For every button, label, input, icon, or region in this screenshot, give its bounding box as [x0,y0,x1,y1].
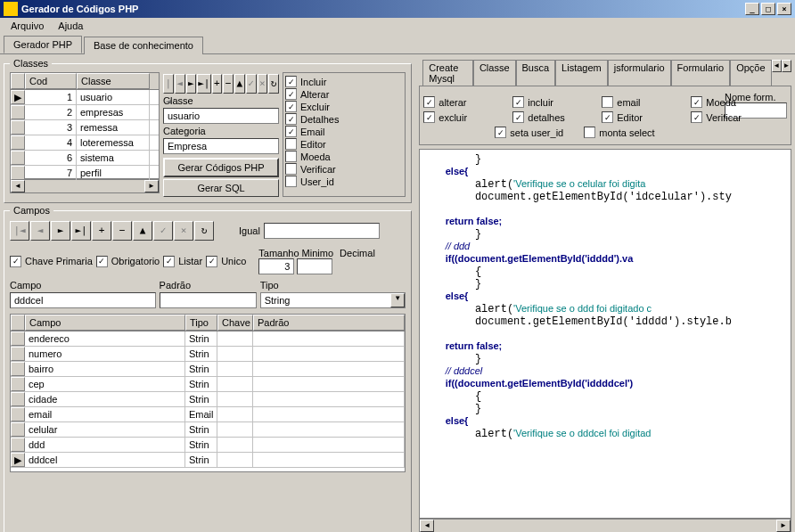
gerar-sql-button[interactable]: Gerar SQL [163,179,279,197]
nav-next-icon[interactable]: ► [186,74,197,94]
cb-listar[interactable]: ✓ [163,256,175,267]
table-row[interactable]: cepStrin [11,377,405,392]
cb-excluir[interactable]: ✓ [423,111,435,123]
col-classe[interactable]: Classe [77,73,150,89]
cb-chave-primaria[interactable]: ✓ [10,256,21,267]
decimal-input[interactable] [297,258,332,274]
cb-alterar[interactable]: ✓ [423,96,435,108]
cb-Excluir[interactable]: ✓ [285,101,297,112]
cb-Moeda[interactable]: ✓ [691,96,702,108]
nav-add-icon[interactable]: + [212,74,223,94]
cb-User_id[interactable] [285,176,297,187]
code-editor[interactable]: } else{ alert('Verifique se o celular fo… [419,149,791,519]
nav-del-icon[interactable]: − [223,74,234,94]
table-row[interactable]: numeroStrin [11,347,405,362]
tab-scroll-left-icon[interactable]: ◄ [772,60,782,72]
cb-seta user_id[interactable]: ✓ [495,127,506,138]
cnav-first-icon[interactable]: |◄ [10,221,29,241]
cnav-post-icon[interactable]: ✓ [153,221,173,241]
col-cod[interactable]: Cod [25,73,77,89]
table-row[interactable]: celularStrin [11,422,405,438]
table-row[interactable]: 7perfil [11,166,159,181]
cb-monta select[interactable] [584,127,595,138]
cnav-prev-icon[interactable]: ◄ [30,221,50,241]
tab-busca[interactable]: Busca [516,60,556,86]
cnav-edit-icon[interactable]: ▲ [133,221,152,241]
cb-Editor[interactable]: ✓ [602,111,613,123]
campos-fieldset: Campos |◄ ◄ ► ►| + − ▲ ✓ × ↻ Igual ✓Chav… [4,205,412,532]
cb-Verificar[interactable] [285,163,297,175]
cb-incluir[interactable]: ✓ [512,96,524,108]
nav-edit-icon[interactable]: ▲ [234,74,245,94]
tab-opcoes[interactable]: Opçõe [730,60,771,86]
cb-detalhes[interactable]: ✓ [512,111,524,123]
cnav-refresh-icon[interactable]: ↻ [194,221,214,241]
maximize-button[interactable]: □ [761,3,775,15]
nav-last-icon[interactable]: ►| [197,74,210,94]
tab-scroll-right-icon[interactable]: ► [782,60,791,72]
table-row[interactable]: cidadeStrin [11,392,405,407]
cb-Verificar[interactable]: ✓ [691,111,702,123]
igual-input[interactable] [264,223,380,239]
classes-fieldset: Classes Cod Classe ▶1usuario2empresas3re… [4,58,412,203]
campos-nav: |◄ ◄ ► ►| + − ▲ ✓ × ↻ [10,221,214,241]
categoria-input[interactable] [163,138,279,154]
tab-formulario[interactable]: Formulario [671,60,731,86]
table-row[interactable]: 6sistema [11,151,159,166]
tab-gerador-php[interactable]: Gerador PHP [4,36,82,53]
table-row[interactable]: enderecoStrin [11,331,405,347]
classe-input[interactable] [163,108,279,124]
cb-Alterar[interactable]: ✓ [285,88,297,100]
titlebar: Gerador de Códigos PHP _ □ × [0,0,795,18]
table-row[interactable]: bairroStrin [11,362,405,377]
table-row[interactable]: 4loteremessa [11,135,159,151]
gerar-php-button[interactable]: Gerar Códigos PHP [163,158,279,177]
nav-cancel-icon[interactable]: × [258,74,268,94]
cb-unico[interactable]: ✓ [206,256,217,267]
tab-create-mysql[interactable]: Create Mysql [422,60,473,86]
minimize-button[interactable]: _ [745,3,759,15]
campo-input[interactable] [10,292,156,308]
cnav-next-icon[interactable]: ► [51,221,70,241]
cb-Email[interactable]: ✓ [285,126,297,137]
tab-jsformulario[interactable]: jsformulario [608,60,671,86]
cnav-add-icon[interactable]: + [92,221,111,241]
nav-first-icon[interactable]: |◄ [163,74,174,94]
tamanho-input[interactable] [258,258,294,274]
nav-refresh-icon[interactable]: ↻ [268,74,279,94]
classes-hscroll[interactable]: ◄► [10,179,160,193]
app-icon [4,2,18,16]
table-row[interactable]: ▶1usuario [11,90,159,105]
table-row[interactable]: dddStrin [11,438,405,453]
table-row[interactable]: emailEmail [11,407,405,422]
classes-legend: Classes [10,58,52,69]
cnav-del-icon[interactable]: − [112,221,132,241]
cb-email[interactable] [602,96,613,108]
cnav-cancel-icon[interactable]: × [174,221,193,241]
cb-Editor[interactable] [285,138,297,150]
table-row[interactable]: ▶dddcelStrin [11,453,405,468]
tipo-select[interactable]: String▼ [260,292,406,308]
nav-prev-icon[interactable]: ◄ [175,74,185,94]
menu-arquivo[interactable]: Arquivo [4,20,51,32]
cb-obrigatorio[interactable]: ✓ [96,256,108,267]
campos-grid[interactable]: Campo Tipo Chave Padrão enderecoStrinnum… [10,314,406,472]
code-hscroll[interactable]: ◄► [419,519,791,532]
tab-listagem[interactable]: Listagem [555,60,608,86]
window-title: Gerador de Códigos PHP [21,4,138,14]
chevron-down-icon: ▼ [390,293,405,307]
cb-Incluir[interactable]: ✓ [285,76,297,87]
menu-ajuda[interactable]: Ajuda [51,20,90,32]
close-button[interactable]: × [777,3,791,15]
cnav-last-icon[interactable]: ►| [71,221,91,241]
classes-grid[interactable]: Cod Classe ▶1usuario2empresas3remessa4lo… [10,72,160,179]
cb-Detalhes[interactable]: ✓ [285,113,297,125]
cb-Moeda[interactable] [285,151,297,162]
padrao-input[interactable] [160,292,257,308]
table-row[interactable]: 3remessa [11,120,159,135]
nav-post-icon[interactable]: ✓ [246,74,257,94]
tab-classe[interactable]: Classe [473,60,516,86]
classes-nav: |◄ ◄ ► ►| + − ▲ ✓ × ↻ [163,74,279,94]
table-row[interactable]: 2empresas [11,105,159,120]
tab-base-conhecimento[interactable]: Base de conhecimento [84,37,203,54]
